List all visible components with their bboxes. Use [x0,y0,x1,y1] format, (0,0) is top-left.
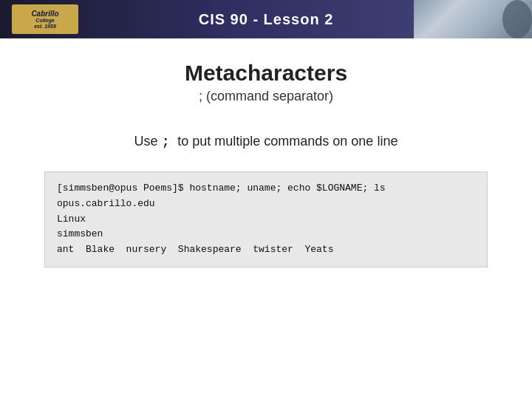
cabrillo-logo: Cabrillo College est. 1959 [12,4,78,34]
code-line-5: ant Blake nursery Shakespeare twister Ye… [57,244,333,255]
code-line-3: Linux [57,214,86,225]
code-block: [simmsben@opus Poems]$ hostname; uname; … [44,171,488,267]
main-content: Metacharacters ; (command separator) Use… [0,38,532,399]
code-line-1: [simmsben@opus Poems]$ hostname; uname; … [57,183,386,194]
page-subtitle: ; (command separator) [44,89,488,104]
logo-area: Cabrillo College est. 1959 [12,4,78,34]
header-title: CIS 90 - Lesson 2 [199,11,334,28]
description-line: Use ; to put multiple commands on one li… [44,134,488,149]
code-line-2: opus.cabrillo.edu [57,198,155,209]
header-bar: Cabrillo College est. 1959 CIS 90 - Less… [0,0,532,38]
header-photo [414,0,532,38]
logo-main-text: Cabrillo [31,10,58,18]
description-semicolon: ; [162,134,178,149]
description-suffix: to put multiple commands on one line [177,134,398,149]
page-title: Metacharacters [44,61,488,86]
logo-est-text: est. 1959 [34,24,56,30]
code-line-4: simmsben [57,228,103,239]
description-prefix: Use [134,134,158,149]
logo-college-text: College [35,18,54,24]
photo-silhouette [502,0,532,38]
